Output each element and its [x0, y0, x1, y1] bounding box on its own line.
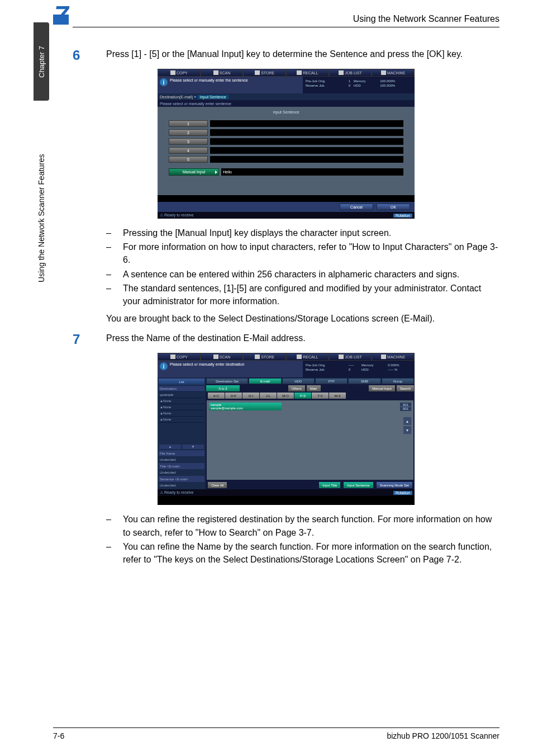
sentence-4-field [210, 147, 403, 154]
screenshot-input-sentence: COPY SCAN STORE RECALL JOB LIST MACHINE … [158, 69, 415, 219]
chapter-number: 7 [54, 0, 69, 30]
cancel-button[interactable]: Cancel [340, 204, 373, 210]
top-tab-store-2[interactable]: STORE [243, 353, 286, 361]
scan-icon [213, 355, 218, 359]
sentence-4-button[interactable]: 4 [169, 147, 208, 154]
a-to-z-button[interactable]: A to Z [206, 385, 240, 391]
alpha-p-s[interactable]: P-S [294, 393, 311, 399]
input-sentence-label: Input Sentence [273, 110, 299, 114]
bullet-1-4: The standard sentences, [1]-[5] are conf… [123, 282, 499, 308]
sentence-email-label: Sentence <E-mail> [159, 476, 204, 482]
top-tab-recall-2[interactable]: RECALL [286, 353, 329, 361]
sentence-3-button[interactable]: 3 [169, 138, 208, 145]
list-button[interactable]: List [159, 379, 204, 385]
scroll-up-button[interactable]: ▲ [159, 444, 182, 450]
top-tab-scan[interactable]: SCAN [201, 69, 244, 77]
sentence-email-value: Undecided [159, 482, 204, 488]
rotation-button-2[interactable]: Rotation [393, 491, 412, 495]
sentence-5-button[interactable]: 5 [169, 156, 208, 163]
section-tab: Using the Network Scanner Features [34, 112, 49, 324]
search-button[interactable]: Search [397, 385, 414, 391]
copy-icon [170, 70, 175, 75]
address-entry-sample[interactable]: sample sample@sample.com [209, 403, 282, 410]
page-number: 7-6 [53, 731, 64, 740]
manual-input-field[interactable]: Hello [221, 168, 403, 176]
ok-button[interactable]: OK [377, 204, 410, 210]
top-tab-scan-2[interactable]: SCAN [201, 353, 244, 361]
title-email-value: Undecided [159, 469, 204, 475]
sentence-1-button[interactable]: 1 [169, 120, 208, 127]
bullet-2-1: You can refine the registered destinatio… [123, 513, 499, 538]
list-scroll-down[interactable]: ▼ [403, 426, 411, 434]
header-message: Please select or manually enter the sent… [170, 78, 248, 82]
top-tab-store[interactable]: STORE [243, 69, 286, 77]
alpha-a-c[interactable]: A-C [208, 393, 225, 399]
alpha-d-f[interactable]: D-F [225, 393, 242, 399]
step-7-number: 7 [73, 332, 106, 347]
sentence-2-button[interactable]: 2 [169, 129, 208, 136]
alpha-j-l[interactable]: J-L [260, 393, 277, 399]
step-7-text: Press the Name of the destination E-Mail… [106, 332, 306, 347]
hdd-tab[interactable]: HDD [282, 378, 315, 384]
joblist-icon [339, 70, 344, 75]
clear-all-button[interactable]: Clear All [208, 482, 227, 488]
top-tab-recall[interactable]: RECALL [286, 69, 329, 77]
dest-item-sample[interactable]: ✉ sample [159, 392, 204, 398]
alpha-m-o[interactable]: M-O [277, 393, 294, 399]
main-button[interactable]: Main [307, 385, 321, 391]
alpha-g-i[interactable]: G-I [242, 393, 259, 399]
bullet-1-2: For more information on how to input cha… [123, 240, 499, 266]
header-rule [73, 27, 499, 27]
sentence-1-field [210, 120, 403, 127]
dest-item-none-2: ▲ None [159, 404, 204, 410]
smb-tab[interactable]: SMB [348, 378, 380, 384]
bullet-1-3: A sentence can be entered within 256 cha… [123, 268, 459, 281]
destination-set-tab[interactable]: Destination Set [206, 378, 248, 384]
email-tab[interactable]: E-mail [249, 378, 281, 384]
rotation-button[interactable]: Rotation [393, 214, 412, 218]
manual-input-button-2[interactable]: Manual Input [369, 385, 395, 391]
ftp-tab[interactable]: FTP [315, 378, 348, 384]
top-tab-machine-2[interactable]: MACHINE [372, 353, 415, 361]
sentence-2-field [210, 129, 403, 136]
alpha-w-z[interactable]: W-Z [329, 393, 346, 399]
para-return: You are brought back to the Select Desti… [106, 312, 499, 325]
footer-product: bizhub PRO 1200/1051 Scanner [387, 731, 499, 740]
step-6-number: 6 [73, 48, 106, 63]
alpha-t-v[interactable]: T-V [312, 393, 329, 399]
input-sentence-button[interactable]: Input Sentence [344, 482, 373, 488]
screenshot-select-destination: COPY SCAN STORE RECALL JOB LIST MACHINE … [158, 353, 415, 505]
header-message-2: Please select or manually enter destinat… [170, 362, 244, 366]
store-icon [255, 355, 260, 359]
manual-input-button[interactable]: Manual Input [169, 168, 219, 176]
copy-icon [170, 355, 175, 359]
status-text: Ready to receive [164, 213, 194, 217]
chapter-tab: Chapter 7 [34, 22, 49, 101]
joblist-icon [339, 355, 344, 359]
status-panel-2: Pre-Job Orig.-----Memory0.000% Reserve J… [303, 361, 415, 377]
scanning-mode-set-button[interactable]: Scanning Mode Set [377, 482, 412, 488]
list-scroll-up[interactable]: ▲ [403, 417, 411, 425]
dest-item-none-4: ▲ None [159, 417, 204, 423]
file-name-label: File Name [159, 450, 204, 456]
file-name-value: Undecided [159, 456, 204, 462]
status-text-2: Ready to receive [164, 490, 194, 494]
info-icon: i [160, 78, 168, 86]
top-tab-copy-2[interactable]: COPY [158, 353, 201, 361]
status-panel: Pre-Job Orig.1Memory100.000% Reserve Job… [303, 77, 415, 93]
breadcrumb: Destination(E-mail)▸Input Sentence [158, 93, 415, 100]
input-title-button[interactable]: Input Title [319, 482, 340, 488]
others-button[interactable]: Others [288, 385, 305, 391]
top-tab-copy[interactable]: COPY [158, 69, 201, 77]
step-6-text: Press [1] - [5] or the [Manual Input] ke… [106, 48, 463, 63]
group-tab[interactable]: Group [382, 378, 414, 384]
top-tab-joblist[interactable]: JOB LIST [329, 69, 372, 77]
warning-icon: ⚠ [160, 490, 163, 494]
top-tab-joblist-2[interactable]: JOB LIST [329, 353, 372, 361]
recall-icon [297, 70, 302, 75]
bullet-2-2: You can refine the Name by the search fu… [123, 540, 499, 566]
top-tab-machine[interactable]: MACHINE [372, 69, 415, 77]
warning-icon: ⚠ [160, 213, 163, 217]
scroll-down-button[interactable]: ▼ [182, 444, 204, 450]
chevron-right-icon [215, 171, 217, 174]
